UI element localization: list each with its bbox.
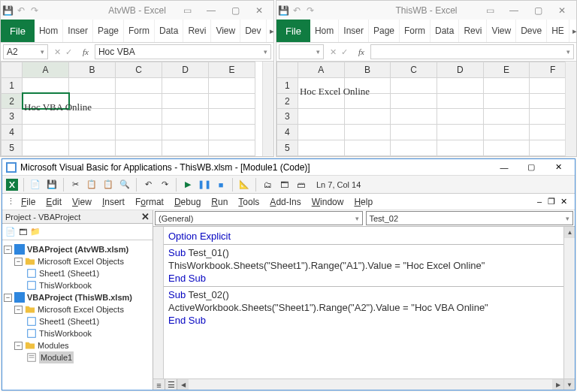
view-object-icon[interactable]: 🗔 <box>19 228 27 237</box>
cancel-icon[interactable]: ✕ <box>330 47 337 57</box>
undo-icon[interactable]: ↶ <box>141 178 155 191</box>
folder-meo[interactable]: Microsoft Excel Objects <box>38 303 124 315</box>
cancel-icon[interactable]: ✕ <box>54 47 61 57</box>
folder-meo[interactable]: Microsoft Excel Objects <box>38 255 124 267</box>
cell-a2[interactable]: Hoc VBA Online <box>23 93 69 109</box>
paste-icon[interactable]: 📋 <box>101 178 115 191</box>
insert-icon[interactable]: 📄 <box>29 178 42 191</box>
tab-developer[interactable]: Dev <box>240 20 266 42</box>
row-header-4[interactable]: 4 <box>2 125 23 140</box>
run-icon[interactable]: ▶ <box>181 178 195 191</box>
select-all-corner[interactable] <box>277 62 298 78</box>
enter-icon[interactable]: ✓ <box>341 47 348 57</box>
cut-icon[interactable]: ✂ <box>68 178 82 191</box>
menu-run[interactable]: Run <box>207 195 232 209</box>
col-header-e[interactable]: E <box>209 62 255 78</box>
name-box[interactable]: ▾ <box>279 44 324 59</box>
sheet-node[interactable]: Sheet1 (Sheet1) <box>39 315 99 327</box>
fx-label[interactable]: fx <box>354 47 369 56</box>
col-header-b[interactable]: B <box>69 62 116 78</box>
vertical-scrollbar[interactable]: ▲ <box>563 227 575 378</box>
tab-insert[interactable]: Inser <box>339 20 369 42</box>
collapse-icon[interactable]: − <box>4 246 12 254</box>
object-browser-icon[interactable]: 🗃 <box>294 178 307 191</box>
col-header-c[interactable]: C <box>391 62 437 78</box>
scroll-down-icon[interactable]: ▼ <box>563 379 575 390</box>
project-tree[interactable]: −VBAProject (AtvWB.xlsm) −Microsoft Exce… <box>2 240 153 390</box>
vertical-scrollbar[interactable] <box>565 62 576 156</box>
project-node[interactable]: VBAProject (ThisWB.xlsm) <box>27 291 132 303</box>
view-code-icon[interactable]: 📄 <box>5 227 16 237</box>
cell-a1[interactable]: Hoc Excel Online <box>298 77 344 93</box>
horizontal-scrollbar[interactable]: ≡ ☰ ◀ ▶ ▼ <box>153 378 575 390</box>
close-panel-icon[interactable]: ✕ <box>141 211 150 222</box>
menu-file[interactable]: File <box>17 195 40 209</box>
vertical-scrollbar[interactable] <box>262 62 273 156</box>
tab-review[interactable]: Revi <box>459 20 487 42</box>
col-header-e[interactable]: E <box>483 62 530 78</box>
worksheet-grid[interactable]: A B C D E 1 2Hoc VBA Online 3 4 5 <box>1 62 273 156</box>
tab-data[interactable]: Data <box>430 20 459 42</box>
tab-heo[interactable]: HE <box>547 20 569 42</box>
reset-icon[interactable]: ■ <box>214 178 228 191</box>
menu-addins[interactable]: Add-Ins <box>265 195 305 209</box>
name-box[interactable]: A2▾ <box>3 44 48 59</box>
menu-view[interactable]: View <box>68 195 96 209</box>
tab-formulas[interactable]: Form <box>124 20 155 42</box>
menu-insert[interactable]: Insert <box>98 195 129 209</box>
scroll-left-icon[interactable]: ◀ <box>177 379 189 390</box>
col-header-a[interactable]: A <box>298 62 344 78</box>
tab-developer[interactable]: Deve <box>516 20 547 42</box>
mdi-restore-icon[interactable]: ❐ <box>546 197 557 207</box>
formula-input[interactable]: Hoc VBA▾ <box>95 44 271 59</box>
row-header-4[interactable]: 4 <box>277 125 298 140</box>
project-explorer-icon[interactable]: 🗂 <box>261 178 274 191</box>
redo-icon[interactable]: ↷ <box>158 178 171 191</box>
row-header-1[interactable]: 1 <box>2 77 23 93</box>
toggle-folders-icon[interactable]: 📁 <box>30 227 41 237</box>
tab-data[interactable]: Data <box>155 20 183 42</box>
tab-review[interactable]: Revi <box>183 20 211 42</box>
save-icon[interactable]: 💾 <box>45 178 59 191</box>
design-mode-icon[interactable]: 📐 <box>237 178 251 191</box>
row-header-3[interactable]: 3 <box>2 109 23 125</box>
tab-home[interactable]: Hom <box>35 20 63 42</box>
enter-icon[interactable]: ✓ <box>65 47 72 57</box>
tab-page[interactable]: Page <box>93 20 124 42</box>
row-header-5[interactable]: 5 <box>2 140 23 156</box>
workbook-node[interactable]: ThisWorkbook <box>39 279 92 291</box>
col-header-c[interactable]: C <box>116 62 162 78</box>
tab-insert[interactable]: Inser <box>63 20 93 42</box>
formula-input[interactable]: ▾ <box>370 44 574 59</box>
project-node[interactable]: VBAProject (AtvWB.xlsm) <box>27 243 128 255</box>
scroll-up-icon[interactable]: ▲ <box>564 227 575 238</box>
maximize-icon[interactable]: ▢ <box>518 160 545 175</box>
minimize-icon[interactable]: — <box>491 160 518 175</box>
workbook-node[interactable]: ThisWorkbook <box>39 327 92 339</box>
row-header-5[interactable]: 5 <box>277 140 298 156</box>
worksheet-grid[interactable]: A B C D E F 1Hoc Excel Online 2 3 4 5 <box>276 62 576 156</box>
tab-view[interactable]: View <box>487 20 516 42</box>
find-icon[interactable]: 🔍 <box>118 178 131 191</box>
collapse-icon[interactable]: − <box>14 306 23 314</box>
collapse-icon[interactable]: − <box>4 294 12 302</box>
sheet-node[interactable]: Sheet1 (Sheet1) <box>39 267 99 279</box>
menu-help[interactable]: Help <box>349 195 377 209</box>
menu-format[interactable]: Format <box>131 195 168 209</box>
collapse-icon[interactable]: − <box>14 258 23 266</box>
procedure-dropdown[interactable]: Test_02▾ <box>366 211 574 225</box>
object-dropdown[interactable]: (General)▾ <box>155 211 363 225</box>
menu-debug[interactable]: Debug <box>170 195 205 209</box>
col-header-d[interactable]: D <box>162 62 209 78</box>
mdi-close-icon[interactable]: ✕ <box>558 197 569 207</box>
col-header-b[interactable]: B <box>344 62 391 78</box>
menu-tools[interactable]: Tools <box>234 195 264 209</box>
scroll-right-icon[interactable]: ▶ <box>552 379 563 390</box>
view-excel-icon[interactable] <box>5 178 19 191</box>
fx-label[interactable]: fx <box>78 47 93 56</box>
tab-home[interactable]: Hom <box>310 20 339 42</box>
close-icon[interactable]: ✕ <box>545 160 572 175</box>
copy-icon[interactable]: 📋 <box>85 178 98 191</box>
file-tab[interactable]: File <box>276 20 310 42</box>
tab-formulas[interactable]: Form <box>400 20 430 42</box>
